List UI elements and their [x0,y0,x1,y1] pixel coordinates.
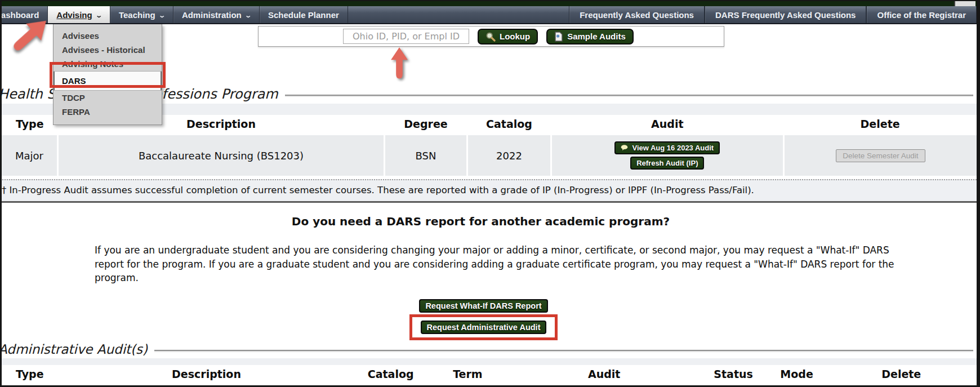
request-whatif-dars-report-button[interactable]: Request What-If DARS Report [419,299,547,313]
top-right-cropped-element [954,1,975,6]
nav-label: Administration [182,10,242,20]
student-id-input[interactable] [343,29,469,44]
cell-catalog: 2022 [355,384,426,387]
menu-item-ferpa[interactable]: FERPA [54,105,162,119]
cell-description: Baccalaureate Nursing (BS1203) [58,135,385,176]
nav-label: DARS Frequently Asked Questions [715,10,856,20]
col-type: Type [2,365,58,385]
cell-type: Major [2,384,58,387]
view-audit-label: View Aug 16 2023 Audit [632,144,714,152]
cell-audit: View Aug 17 2023 Audit [509,384,700,387]
table-row: Major Baccalaureate Nursing (BS1203) 202… [2,384,977,387]
nav-item-faq[interactable]: Frequently Asked Questions [569,6,705,23]
main-navbar: Dashboard Advising ⌄ Teaching ⌄ Administ… [2,6,977,24]
cell-catalog: 2022 [467,135,551,176]
nav-item-advising[interactable]: Advising ⌄ [48,6,110,23]
menu-item-advisees[interactable]: Advisees [54,29,162,43]
cell-audit: View Aug 16 2023 Audit Refresh Audit (IP… [551,135,783,176]
nav-item-office-of-registrar[interactable]: Office of the Registrar [866,6,977,23]
col-description: Description [58,365,355,385]
whatif-buttons: Request What-If DARS Report Request Admi… [2,299,965,340]
col-delete: Delete [826,365,977,385]
admin-section-title: Administrative Audit(s) [0,341,977,358]
col-status: Status [700,365,768,385]
cell-delete: Delete [826,384,977,387]
col-mode: Mode [768,365,826,385]
id-lookup-bar: Lookup Sample Audits [258,26,724,47]
menu-item-tdcp[interactable]: TDCP [54,91,162,105]
col-catalog: Catalog [467,115,551,135]
cell-degree: BSN [384,135,467,176]
chevron-down-icon: ⌄ [244,12,252,19]
navbar-right-links: Frequently Asked Questions DARS Frequent… [569,6,977,23]
administrative-audits-table: Type Description Catalog Term Audit Stat… [2,365,977,387]
refresh-audit-label: Refresh Audit (IP) [636,159,698,167]
menu-item-advisees-historical[interactable]: Advisees - Historical [54,43,162,57]
cell-type: Major [2,135,58,176]
sample-audits-label: Sample Audits [567,32,626,41]
nav-label: Office of the Registrar [877,10,966,20]
col-term: Term [426,365,509,385]
document-icon [554,32,563,42]
menu-item-advising-notes[interactable]: Advising Notes [54,57,162,71]
request-administrative-audit-button[interactable]: Request Administrative Audit [421,321,547,334]
sample-audits-button[interactable]: Sample Audits [546,29,634,45]
annotation-arrow-to-input [389,47,409,80]
col-audit: Audit [551,115,783,135]
legend-rule [285,95,973,96]
col-type: Type [2,115,58,135]
cell-status [700,384,768,387]
admin-section-title-text: Administrative Audit(s) [0,341,148,358]
table-header-row: Type Description Catalog Term Audit Stat… [2,365,977,385]
nav-label: Schedule Planner [268,10,339,20]
annotation-box-request-admin-audit: Request Administrative Audit [409,314,558,340]
cell-delete: Delete Semester Audit [783,135,977,176]
lookup-label: Lookup [500,32,530,41]
table-top-strip [2,358,977,365]
col-degree: Degree [384,115,467,135]
col-delete: Delete [783,115,977,135]
page: Dashboard Advising ⌄ Teaching ⌄ Administ… [0,0,980,387]
chevron-down-icon: ⌄ [95,12,103,19]
comment-bubble-icon [621,145,628,151]
cell-description: Baccalaureate Nursing (BS1203) [58,384,355,387]
nav-label: Frequently Asked Questions [580,10,694,20]
menu-item-dars[interactable]: DARS [54,71,162,91]
cell-mode: X [768,384,826,387]
table-row: Major Baccalaureate Nursing (BS1203) BSN… [2,135,977,176]
col-audit: Audit [509,365,700,385]
advising-dropdown-menu: Advisees Advisees - Historical Advising … [53,24,162,125]
col-catalog: Catalog [355,365,426,385]
nav-item-dars-faq[interactable]: DARS Frequently Asked Questions [705,6,867,23]
lookup-button[interactable]: Lookup [478,29,538,45]
whatif-body-text: If you are an undergraduate student and … [95,243,897,285]
magnifier-icon [485,32,496,42]
nav-label: Teaching [119,10,155,20]
in-progress-note: † In-Progress Audit assumes successful c… [0,179,977,203]
delete-semester-audit-button[interactable]: Delete Semester Audit [836,149,925,162]
view-audit-button[interactable]: View Aug 16 2023 Audit [614,141,720,154]
nav-item-administration[interactable]: Administration ⌄ [173,6,260,23]
nav-item-dashboard[interactable]: Dashboard [0,6,48,23]
nav-item-schedule-planner[interactable]: Schedule Planner [260,6,348,23]
chevron-down-icon: ⌄ [158,12,166,19]
nav-label: Advising [56,10,92,20]
refresh-audit-button[interactable]: Refresh Audit (IP) [630,157,704,170]
top-banner-strip [2,1,977,6]
nav-label: Dashboard [0,10,39,20]
whatif-heading: Do you need a DARS report for another ac… [2,215,960,228]
cell-term: Semester [426,384,509,387]
legend-rule [154,350,973,351]
nav-item-teaching[interactable]: Teaching ⌄ [110,6,173,23]
